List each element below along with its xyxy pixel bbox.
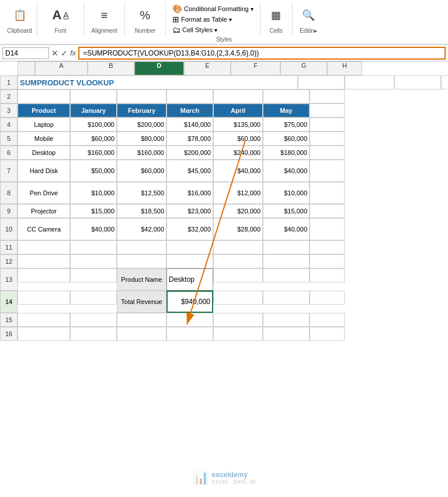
- col-header-G[interactable]: G: [280, 61, 327, 75]
- cell-F13[interactable]: [213, 268, 263, 282]
- cell-H5[interactable]: [310, 132, 345, 146]
- cell-C7[interactable]: $50,000: [70, 160, 117, 182]
- cell-B9[interactable]: Projector: [18, 204, 70, 218]
- cell-D3[interactable]: February: [117, 103, 166, 118]
- cell-H11[interactable]: [310, 240, 345, 254]
- cell-G15[interactable]: [263, 313, 310, 327]
- cell-B2[interactable]: [18, 89, 70, 103]
- cell-F14[interactable]: [213, 291, 263, 305]
- cell-H14[interactable]: [310, 291, 345, 305]
- cell-F16[interactable]: [213, 327, 263, 341]
- cell-D4[interactable]: $200,000: [117, 118, 166, 132]
- col-header-B[interactable]: A: [35, 61, 88, 75]
- cell-G7[interactable]: $40,000: [263, 160, 310, 182]
- cell-F10[interactable]: $28,000: [213, 218, 263, 240]
- cell-F6[interactable]: $240,000: [213, 146, 263, 160]
- row-header-8[interactable]: 8: [0, 182, 18, 204]
- col-header-F[interactable]: F: [231, 61, 280, 75]
- row-header-11[interactable]: 11: [0, 240, 18, 254]
- cell-B1[interactable]: SUMPRODUCT VLOOKUP: [18, 75, 298, 89]
- cell-G11[interactable]: [263, 240, 310, 254]
- cell-C13[interactable]: [70, 268, 117, 282]
- cell-D12[interactable]: [117, 254, 166, 268]
- row-header-16[interactable]: 16: [0, 327, 18, 341]
- cell-E1[interactable]: [298, 75, 345, 89]
- col-header-C[interactable]: B: [88, 61, 134, 75]
- cell-H7[interactable]: [310, 160, 345, 182]
- cell-D13-label[interactable]: Product Name: [117, 268, 166, 291]
- cell-D5[interactable]: $80,000: [117, 132, 166, 146]
- cell-G9[interactable]: $15,000: [263, 204, 310, 218]
- cell-C12[interactable]: [70, 254, 117, 268]
- format-as-table-btn[interactable]: ⊞ Format as Table ▾: [171, 14, 234, 25]
- cell-D14-label[interactable]: Total Revenue: [117, 291, 166, 313]
- cell-G6[interactable]: $180,000: [263, 146, 310, 160]
- cell-D15[interactable]: [117, 313, 166, 327]
- cell-H12[interactable]: [310, 254, 345, 268]
- cell-B3[interactable]: Product: [18, 103, 70, 118]
- cell-B6[interactable]: Desktop: [18, 146, 70, 160]
- number-btn[interactable]: %: [135, 8, 156, 22]
- cell-G10[interactable]: $40,000: [263, 218, 310, 240]
- cell-F15[interactable]: [213, 313, 263, 327]
- row-header-1[interactable]: 1: [0, 75, 18, 89]
- cell-B11[interactable]: [18, 240, 70, 254]
- cell-C16[interactable]: [70, 327, 117, 341]
- cell-H10[interactable]: [310, 218, 345, 240]
- cell-G14[interactable]: [263, 291, 310, 305]
- cell-E8[interactable]: $16,000: [166, 182, 213, 204]
- cell-H6[interactable]: [310, 146, 345, 160]
- row-header-6[interactable]: 6: [0, 146, 18, 160]
- cell-H13[interactable]: [310, 268, 345, 282]
- cell-reference-input[interactable]: [2, 47, 49, 59]
- cell-D8[interactable]: $12,500: [117, 182, 166, 204]
- cell-G3[interactable]: May: [263, 103, 310, 118]
- cell-F5[interactable]: $60,000: [213, 132, 263, 146]
- cell-D2[interactable]: [117, 89, 166, 103]
- cell-E15[interactable]: [166, 313, 213, 327]
- cell-G4[interactable]: $75,000: [263, 118, 310, 132]
- cell-H3[interactable]: [310, 103, 345, 118]
- cell-C6[interactable]: $160,000: [70, 146, 117, 160]
- cell-D11[interactable]: [117, 240, 166, 254]
- row-header-7[interactable]: 7: [0, 160, 18, 182]
- cell-C4[interactable]: $100,000: [70, 118, 117, 132]
- cell-F1[interactable]: [345, 75, 394, 89]
- cell-H2[interactable]: [310, 89, 345, 103]
- cell-B13[interactable]: [18, 268, 70, 282]
- cell-B15[interactable]: [18, 313, 70, 327]
- cell-D7[interactable]: $60,000: [117, 160, 166, 182]
- cell-E16[interactable]: [166, 327, 213, 341]
- cell-E10[interactable]: $32,000: [166, 218, 213, 240]
- row-header-15[interactable]: 15: [0, 313, 18, 327]
- cell-B12[interactable]: [18, 254, 70, 268]
- col-header-E[interactable]: E: [184, 61, 231, 75]
- cell-G8[interactable]: $10,000: [263, 182, 310, 204]
- row-header-14[interactable]: 14: [0, 291, 18, 313]
- cell-C14[interactable]: [70, 291, 117, 305]
- cell-B5[interactable]: Mobile: [18, 132, 70, 146]
- row-header-13[interactable]: 13: [0, 268, 18, 291]
- cell-D6[interactable]: $160,000: [117, 146, 166, 160]
- cell-F7[interactable]: $40,000: [213, 160, 263, 182]
- cancel-formula-icon[interactable]: ✕: [51, 49, 58, 58]
- cell-B4[interactable]: Laptop: [18, 118, 70, 132]
- clipboard-btn[interactable]: 📋: [9, 9, 30, 22]
- search-btn[interactable]: 🔍: [298, 9, 319, 22]
- cell-F9[interactable]: $20,000: [213, 204, 263, 218]
- row-header-2[interactable]: 2: [0, 89, 18, 103]
- row-header-5[interactable]: 5: [0, 132, 18, 146]
- row-header-10[interactable]: 10: [0, 218, 18, 240]
- cell-B10[interactable]: CC Camera: [18, 218, 70, 240]
- cell-G12[interactable]: [263, 254, 310, 268]
- cells-btn[interactable]: ▦: [266, 9, 287, 22]
- cell-C5[interactable]: $60,000: [70, 132, 117, 146]
- cell-D16[interactable]: [117, 327, 166, 341]
- cell-B8[interactable]: Pen Drive: [18, 182, 70, 204]
- cell-F11[interactable]: [213, 240, 263, 254]
- cell-B7[interactable]: Hard Disk: [18, 160, 70, 182]
- cell-D10[interactable]: $42,000: [117, 218, 166, 240]
- cell-E14-value[interactable]: $940,000: [166, 291, 213, 313]
- col-header-H[interactable]: H: [327, 61, 362, 75]
- cell-E5[interactable]: $78,000: [166, 132, 213, 146]
